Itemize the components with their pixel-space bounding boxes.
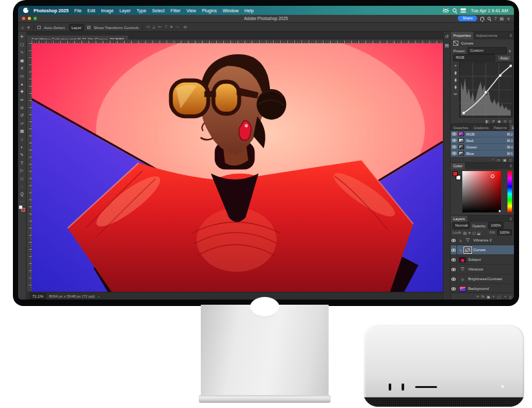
delete-layer-icon[interactable]: ▯ — [509, 294, 511, 299]
channel-row-red[interactable]: Red ⌘3 — [451, 138, 514, 144]
brush-tool[interactable]: ✏ — [19, 96, 26, 104]
previous-state-icon[interactable]: ⊙ — [504, 119, 507, 123]
menu-select[interactable]: Select — [152, 8, 165, 13]
layer-row-vibrance[interactable]: ▽ Vibrance — [451, 265, 514, 274]
clip-to-layer-icon[interactable]: ◧ — [486, 119, 489, 123]
path-selection-tool[interactable]: ▷ — [19, 167, 26, 174]
white-point-eyedropper-icon[interactable]: ⧫ — [455, 85, 456, 90]
control-center-icon[interactable] — [460, 8, 466, 13]
menubar-clock[interactable]: Tue Apr 1 9:41 AM — [470, 8, 509, 13]
menu-file[interactable]: File — [74, 8, 82, 13]
search-icon[interactable] — [487, 17, 491, 20]
crop-tool[interactable]: # — [19, 65, 26, 72]
home-icon[interactable]: ⌂ — [21, 25, 24, 30]
document-canvas[interactable] — [32, 43, 443, 292]
delete-adjustment-icon[interactable]: ▯ — [509, 119, 511, 123]
transform-controls-checkbox[interactable]: ✓ — [87, 26, 90, 29]
dodge-tool[interactable]: ◐ — [19, 143, 26, 151]
zoom-level-field[interactable]: 71.1% — [30, 293, 46, 300]
visibility-eye-icon[interactable] — [452, 152, 456, 155]
more-options-icon[interactable]: ⊘ — [183, 25, 187, 30]
libraries-panel-icon[interactable]: ▤ — [445, 43, 449, 48]
shape-tool[interactable]: □ — [19, 174, 26, 182]
history-panel-icon[interactable]: ↺ — [445, 34, 449, 39]
menu-help[interactable]: Help — [244, 8, 254, 13]
tab-adjustments[interactable]: Adjustments — [473, 32, 500, 39]
pencil-icon[interactable]: ✏ — [454, 92, 457, 97]
visibility-icon[interactable]: ◉ — [497, 119, 500, 123]
spotlight-search-icon[interactable] — [453, 8, 456, 12]
zoom-window-button[interactable] — [34, 17, 37, 20]
targeted-adjustment-icon[interactable]: ⌖ — [455, 63, 457, 68]
type-tool[interactable]: T — [19, 159, 26, 167]
eraser-tool[interactable]: ▱ — [19, 119, 26, 127]
notifications-icon[interactable] — [480, 17, 484, 21]
link-layers-icon[interactable]: ∞ — [476, 294, 479, 298]
visibility-eye-icon[interactable] — [451, 236, 457, 245]
move-tool[interactable]: ✛ — [19, 33, 26, 41]
status-chevron-icon[interactable]: › — [98, 294, 99, 298]
panel-menu-icon[interactable]: ≡ — [507, 216, 514, 222]
curves-graph[interactable] — [459, 62, 513, 117]
new-group-icon[interactable]: ▢ — [497, 294, 501, 299]
tab-color[interactable]: Color — [451, 163, 465, 169]
edit-toolbar-icon[interactable]: ⋯ — [20, 199, 24, 203]
menu-type[interactable]: Type — [136, 8, 147, 13]
fill-dropdown[interactable]: 100% — [497, 229, 512, 236]
color-picker-marker[interactable] — [498, 210, 501, 212]
menu-app-name[interactable]: Photoshop 2025 — [33, 8, 69, 13]
foreground-color-swatch[interactable] — [453, 171, 458, 176]
saturation-brightness-picker[interactable] — [462, 171, 501, 212]
visibility-eye-icon[interactable] — [452, 139, 456, 142]
channel-row-green[interactable]: Green ⌘4 — [451, 144, 514, 150]
auto-button[interactable]: Auto — [497, 55, 511, 61]
gray-point-eyedropper-icon[interactable]: ⧫ — [455, 77, 456, 83]
panel-menu-icon[interactable]: ≡ — [507, 32, 514, 39]
new-channel-icon[interactable]: ▣ — [503, 158, 507, 162]
visibility-eye-icon[interactable] — [451, 265, 457, 274]
hue-strip[interactable] — [507, 171, 512, 212]
channel-row-blue[interactable]: Blue ⌘5 — [451, 150, 514, 157]
black-point-eyedropper-icon[interactable]: ⧫ — [455, 70, 456, 76]
layer-row-curves[interactable]: ↳ Curves — [451, 245, 514, 255]
layer-mask-icon[interactable]: ▣ — [487, 294, 491, 299]
auto-select-checkbox[interactable] — [37, 26, 41, 29]
tab-gradients[interactable]: Gradients — [471, 124, 491, 131]
menu-plugins[interactable]: Plugins — [201, 8, 218, 13]
lasso-tool[interactable]: ∿ — [19, 48, 26, 56]
menu-image[interactable]: Image — [100, 8, 114, 13]
delete-channel-icon[interactable]: ▯ — [509, 158, 511, 162]
share-button[interactable]: Share — [458, 15, 477, 21]
layer-row-background[interactable]: Background — [451, 284, 514, 292]
healing-brush-tool[interactable]: ✚ — [19, 88, 26, 96]
lock-icons[interactable]: ▨ ✛ ◫ ⬓ — [463, 230, 480, 235]
color-picker-cursor[interactable] — [491, 174, 495, 178]
layer-row-subject[interactable]: Subject — [451, 255, 514, 265]
save-selection-icon[interactable]: ▭ — [496, 158, 500, 162]
chevron-down-icon[interactable]: ∨ — [507, 17, 510, 21]
menu-filter[interactable]: Filter — [170, 8, 181, 13]
marquee-tool[interactable]: ▢ — [19, 41, 26, 48]
preset-chevron-icon[interactable]: ∨ — [509, 48, 511, 53]
menu-view[interactable]: View — [186, 8, 197, 13]
align-icons[interactable]: ⊣ ⊥ ⊢ ⊤ ≡ ⋯ — [146, 25, 180, 30]
layer-row-vibrance2[interactable]: ↳ ▽ Vibrance 2 — [451, 236, 514, 245]
load-selection-icon[interactable]: ○ — [492, 158, 495, 161]
adjustment-layer-icon[interactable]: ◐ — [493, 294, 495, 298]
tab-channels[interactable]: Channels — [509, 124, 514, 131]
gradient-tool[interactable]: ▩ — [19, 127, 26, 135]
preset-dropdown[interactable]: Custom — [467, 47, 507, 54]
pen-tool[interactable]: ✎ — [19, 151, 26, 159]
blur-tool[interactable]: ○ — [19, 135, 26, 143]
tab-swatches[interactable]: Swatches — [451, 124, 471, 131]
channel-row-rgb[interactable]: RGB ⌘2 — [451, 131, 514, 138]
visibility-eye-icon[interactable] — [452, 132, 456, 136]
visibility-eye-icon[interactable] — [451, 255, 457, 264]
color-swatches[interactable] — [19, 205, 25, 212]
opacity-dropdown[interactable]: 100% — [488, 222, 503, 229]
visibility-eye-icon[interactable] — [451, 245, 457, 254]
new-layer-icon[interactable]: ＋ — [503, 294, 507, 300]
visibility-eye-icon[interactable] — [451, 284, 457, 292]
apple-menu-icon[interactable] — [23, 8, 28, 13]
history-brush-tool[interactable]: ↺ — [19, 112, 26, 119]
